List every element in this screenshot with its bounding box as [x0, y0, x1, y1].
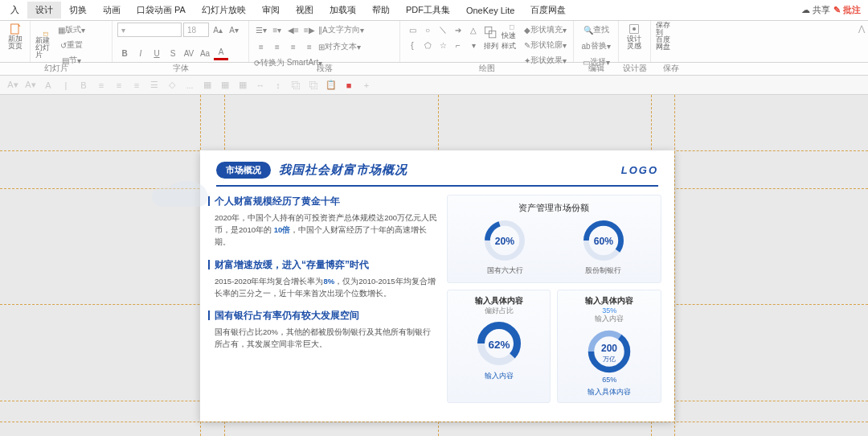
- qa-group1-icon: ▦: [201, 79, 214, 92]
- align-right-button[interactable]: ≡: [286, 39, 301, 54]
- align-center-button[interactable]: ≡: [270, 39, 285, 54]
- section-button[interactable]: ▤ 节▾: [58, 53, 85, 68]
- spacing-button[interactable]: AV: [182, 46, 196, 60]
- sec1-title: 个人财富规模经历了黄金十年: [213, 195, 439, 208]
- align-text-button[interactable]: ⊞ 对齐文本▾: [318, 39, 361, 54]
- menu-animations[interactable]: 动画: [95, 2, 129, 19]
- shape-line-icon[interactable]: ＼: [436, 23, 450, 37]
- qa-align1-icon: ≡: [95, 79, 108, 92]
- qa-copy1-icon: ⿻: [289, 79, 302, 92]
- font-family-select[interactable]: ▾: [117, 23, 182, 37]
- reset-button[interactable]: ↺ 重置: [58, 38, 85, 52]
- qa-color-icon: A: [42, 79, 55, 92]
- italic-button[interactable]: I: [133, 46, 148, 60]
- menu-onekey[interactable]: OneKey Lite: [458, 3, 523, 18]
- shape-brace-icon[interactable]: {: [405, 38, 420, 52]
- menu-pocket-anim[interactable]: 口袋动画 PA: [129, 2, 194, 19]
- smartart-button[interactable]: ⟳ 转换为 SmartArt▾: [254, 56, 322, 70]
- align-justify-button[interactable]: ≡: [302, 39, 317, 54]
- case-button[interactable]: Aa: [198, 46, 212, 60]
- menu-view[interactable]: 视图: [288, 2, 321, 19]
- shape-star-icon[interactable]: ☆: [436, 38, 450, 52]
- shape-poly-icon[interactable]: ⬠: [420, 38, 435, 52]
- shape-outline-button[interactable]: ✎ 形状轮廓▾: [524, 38, 567, 52]
- svg-text:60%: 60%: [594, 236, 614, 247]
- shape-tri-icon[interactable]: △: [466, 23, 481, 37]
- menu-insert[interactable]: 入: [2, 2, 27, 19]
- qa-more-icon: ...: [183, 79, 196, 92]
- replace-button[interactable]: ab 替换▾: [579, 39, 613, 53]
- shape-arrow-icon[interactable]: ➔: [451, 23, 465, 37]
- find-button[interactable]: 🔍 查找: [579, 23, 613, 37]
- layout-button[interactable]: ▦ 版式▾: [58, 23, 85, 37]
- qa-bold-icon: B: [77, 79, 90, 92]
- menu-addins[interactable]: 加载项: [321, 2, 364, 19]
- quick-toolbar: A▾ A▾ A | B ≡ ≡ ≡ ☰ ◇ ... ▦ ▦ ▦ ↔ ↕ ⿻ ⿻ …: [0, 76, 868, 95]
- left-column: 个人财富规模经历了黄金十年 2020年，中国个人持有的可投资资产总体规模达200…: [213, 195, 439, 403]
- card-market-share: 资产管理市场份额 20% 国有六大行 60% 股份制银行: [447, 195, 661, 283]
- annotate-button[interactable]: ✎ 批注: [833, 4, 861, 16]
- donut-62: 62%: [475, 319, 523, 368]
- new-slide-button[interactable]: 新建 幻灯片: [35, 31, 56, 59]
- quickstyle-button[interactable]: 快速样式: [502, 24, 522, 51]
- save-baidu-button[interactable]: 保存到 百度网盘: [656, 23, 677, 50]
- menu-design[interactable]: 设计: [27, 2, 61, 19]
- card3-65: 65%: [602, 376, 616, 384]
- sec1-text: 2020年，中国个人持有的可投资资产总体规模达200万亿元人民币，是2010年的…: [213, 212, 439, 249]
- font-color-button[interactable]: A: [214, 46, 228, 60]
- card1-title: 资产管理市场份额: [456, 202, 653, 214]
- select-button[interactable]: ▭ 选择▾: [579, 55, 613, 69]
- qa-arrow2-icon: ↕: [272, 79, 285, 92]
- svg-rect-0: [11, 24, 18, 34]
- donut-20-label: 国有六大行: [487, 265, 523, 276]
- indent-dec-button[interactable]: ◀≡: [286, 23, 301, 37]
- shape-more-icon[interactable]: ▾: [466, 38, 481, 52]
- slide-canvas[interactable]: 市场概况 我国社会财富市场概况 LOGO 个人财富规模经历了黄金十年 2020年…: [0, 95, 868, 436]
- share-button[interactable]: ☁ 共享: [801, 4, 830, 16]
- arrange-button[interactable]: 排列: [481, 24, 502, 51]
- qa-plus-icon: +: [360, 79, 373, 92]
- bullets-button[interactable]: ☰▾: [254, 23, 268, 37]
- menu-transitions[interactable]: 切换: [61, 2, 95, 19]
- decrease-font-icon[interactable]: A▾: [227, 23, 241, 37]
- qa-align3-icon: ≡: [130, 79, 143, 92]
- new-page-button[interactable]: 新加 页页: [5, 23, 26, 50]
- align-left-button[interactable]: ≡: [254, 39, 268, 54]
- shape-fill-button[interactable]: ◆ 形状填充▾: [524, 23, 567, 37]
- qa-group3-icon: ▦: [236, 79, 249, 92]
- card3-title: 输入具体内容: [585, 295, 633, 306]
- qa-red-icon: ■: [342, 79, 355, 92]
- qa-arrow1-icon: ↔: [254, 79, 267, 92]
- menu-slideshow[interactable]: 幻灯片放映: [194, 2, 254, 19]
- menu-pdf[interactable]: PDF工具集: [398, 2, 458, 19]
- underline-button[interactable]: U: [149, 46, 164, 60]
- card3-bottom: 输入具体内容: [588, 387, 631, 397]
- shape-effect-button[interactable]: ✦ 形状效果▾: [524, 53, 567, 68]
- card-pref: 输入具体内容 偏好占比 62% 输入内容: [447, 290, 551, 403]
- shape-rect-icon[interactable]: ▭: [405, 23, 420, 37]
- menu-bar: 入 设计 切换 动画 口袋动画 PA 幻灯片放映 审阅 视图 加载项 帮助 PD…: [0, 0, 868, 21]
- guide-v5: [674, 95, 675, 436]
- indent-inc-button[interactable]: ≡▶: [302, 23, 317, 37]
- text-direction-button[interactable]: ‖A 文字方向▾: [318, 23, 364, 37]
- menu-baidu[interactable]: 百度网盘: [522, 2, 574, 19]
- strike-button[interactable]: S: [166, 46, 180, 60]
- svg-text:20%: 20%: [495, 236, 515, 247]
- slide[interactable]: 市场概况 我国社会财富市场概况 LOGO 个人财富规模经历了黄金十年 2020年…: [200, 150, 674, 422]
- font-size-select[interactable]: 18: [183, 23, 209, 37]
- shape-circle-icon[interactable]: ○: [420, 23, 435, 37]
- sec3-text: 国有银行占比20%，其他的都被股份制银行及其他所有制银行所占有，其发展空间非常巨…: [213, 326, 439, 350]
- shape-conn-icon[interactable]: ⌐: [451, 38, 465, 52]
- bold-button[interactable]: B: [117, 46, 132, 60]
- svg-point-7: [633, 27, 636, 31]
- collapse-ribbon-icon[interactable]: ⋀: [858, 24, 865, 33]
- designer-button[interactable]: 设计 灵感: [624, 23, 645, 50]
- menu-review[interactable]: 审阅: [254, 2, 288, 19]
- menu-help[interactable]: 帮助: [364, 2, 398, 19]
- donut-20: 20% 国有六大行: [483, 219, 526, 276]
- numbering-button[interactable]: ≡▾: [270, 23, 285, 37]
- ribbon-group-labels: 幻灯片 字体 段落 绘图 编辑 设计器 保存: [0, 63, 868, 76]
- card2-bottom: 输入内容: [485, 371, 514, 381]
- increase-font-icon[interactable]: A▴: [211, 23, 225, 37]
- card3-top: 输入内容: [595, 315, 624, 324]
